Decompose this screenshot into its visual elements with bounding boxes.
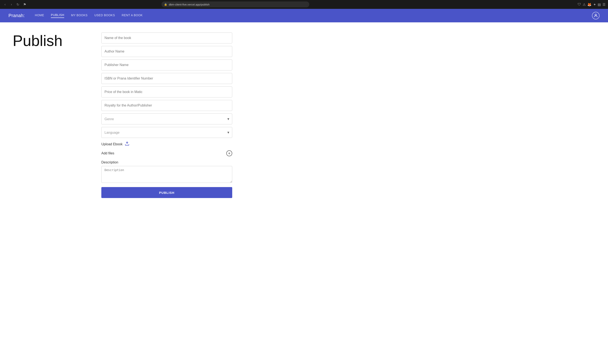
add-files-label: Add files (101, 151, 114, 155)
bookmark-icon: ⚑ (23, 2, 26, 7)
publish-button[interactable]: PUBLISH (101, 187, 232, 198)
extension-icon-4: ✦ (593, 2, 596, 7)
author-name-field (101, 46, 232, 57)
extension-icon-3: 🦊 (587, 2, 592, 7)
isbn-input[interactable] (101, 73, 232, 84)
browser-extensions: 🛡 ⚠ 🦊 ✦ ▤ ☰ (578, 2, 606, 7)
add-files-row: Add files (101, 149, 232, 158)
description-section: Description (101, 160, 232, 184)
extension-icon-5: ▤ (598, 2, 601, 7)
author-name-input[interactable] (101, 46, 232, 57)
price-input[interactable] (101, 87, 232, 97)
publish-form-section: Genre Fiction Non-Fiction Science Fictio… (101, 32, 232, 354)
navbar: Pranah: HOME PUBLISH MY BOOKS USED BOOKS… (0, 9, 608, 22)
language-select-wrapper: Language English Hindi French Spanish ▾ (101, 127, 232, 138)
language-field: Language English Hindi French Spanish ▾ (101, 127, 232, 138)
price-field (101, 87, 232, 97)
browser-nav-buttons: ‹ › ↻ (2, 2, 20, 7)
browser-chrome: ‹ › ↻ ⚑ 🔒 dbm-client-five.vercel.app/pub… (0, 0, 608, 9)
add-files-button[interactable] (226, 150, 232, 156)
book-name-field (101, 32, 232, 43)
reload-button[interactable]: ↻ (15, 2, 20, 7)
extension-icon-1: 🛡 (578, 2, 581, 6)
upload-label: Upload Ebook (101, 142, 123, 146)
genre-select-wrapper: Genre Fiction Non-Fiction Science Fictio… (101, 114, 232, 124)
navbar-brand: Pranah: (8, 13, 25, 18)
publisher-name-input[interactable] (101, 59, 232, 70)
lock-icon: 🔒 (164, 3, 167, 6)
publish-title-section: Publish (13, 32, 84, 354)
forward-button[interactable]: › (9, 2, 14, 7)
royalty-input[interactable] (101, 100, 232, 111)
nav-used-books[interactable]: USED BOOKS (94, 13, 115, 18)
main-content: Publish Genre (0, 22, 608, 364)
nav-rent-a-book[interactable]: RENT A BOOK (122, 13, 143, 18)
description-label: Description (101, 160, 232, 164)
user-avatar-icon[interactable] (592, 12, 600, 19)
nav-publish[interactable]: PUBLISH (51, 13, 64, 18)
language-select[interactable]: Language English Hindi French Spanish (101, 127, 232, 138)
nav-home[interactable]: HOME (35, 13, 44, 18)
isbn-field (101, 73, 232, 84)
genre-field: Genre Fiction Non-Fiction Science Fictio… (101, 114, 232, 124)
publisher-name-field (101, 59, 232, 70)
navbar-links: HOME PUBLISH MY BOOKS USED BOOKS RENT A … (35, 13, 592, 18)
book-name-input[interactable] (101, 32, 232, 43)
svg-point-0 (595, 14, 596, 16)
back-button[interactable]: ‹ (2, 2, 8, 7)
address-bar[interactable]: 🔒 dbm-client-five.vercel.app/publish (162, 1, 309, 7)
upload-section: Upload Ebook (101, 141, 232, 147)
extension-icon-6: ☰ (603, 2, 606, 7)
nav-my-books[interactable]: MY BOOKS (71, 13, 87, 18)
page-title: Publish (13, 32, 84, 49)
royalty-field (101, 100, 232, 111)
url-text: dbm-client-five.vercel.app/publish (169, 3, 210, 6)
description-textarea[interactable] (101, 166, 232, 183)
extension-icon-2: ⚠ (583, 2, 586, 7)
genre-select[interactable]: Genre Fiction Non-Fiction Science Fictio… (101, 114, 232, 124)
upload-icon[interactable] (125, 141, 129, 147)
